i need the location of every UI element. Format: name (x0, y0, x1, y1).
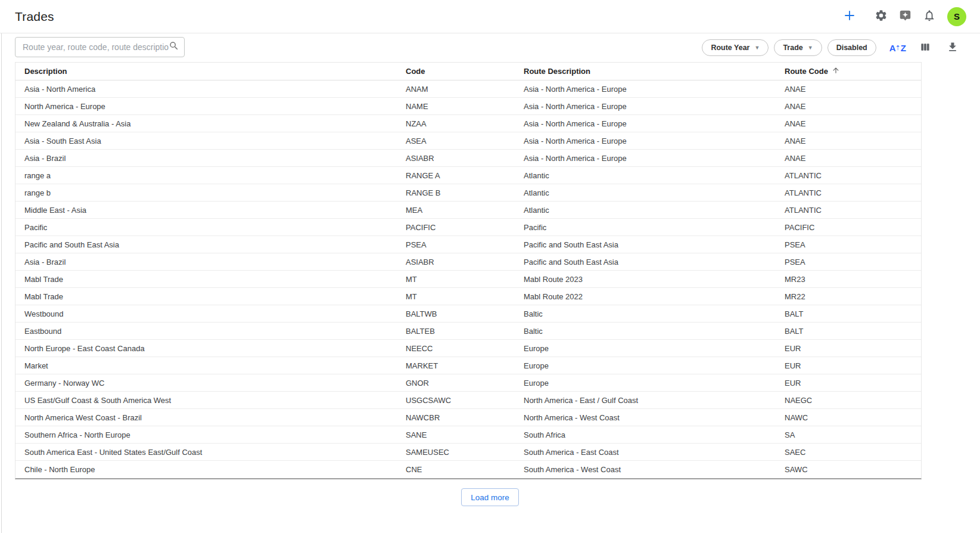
column-header-label: Code (406, 67, 425, 76)
chevron-down-icon: ▼ (808, 45, 813, 51)
table-body: Asia - North America ANAM Asia - North A… (15, 80, 921, 478)
table-header-row: Description Code Route Description Route… (15, 63, 921, 80)
filter-trade[interactable]: Trade ▼ (774, 39, 822, 56)
column-header-code[interactable]: Code (397, 67, 515, 76)
table-row[interactable]: Pacific and South East Asia PSEA Pacific… (15, 236, 921, 253)
chevron-down-icon: ▼ (754, 45, 760, 51)
sort-alphabetical-button[interactable]: A⇡Z (889, 40, 906, 55)
filter-route-year[interactable]: Route Year ▼ (702, 39, 769, 56)
table-row[interactable]: range b RANGE B Atlantic ATLANTIC (15, 184, 921, 202)
cell-route-code: EUR (776, 361, 921, 370)
table-row[interactable]: Mabl Trade MT Mabl Route 2022 MR22 (15, 288, 921, 305)
column-header-route-code[interactable]: Route Code (776, 66, 921, 76)
cell-route-description: Asia - North America - Europe (515, 102, 776, 111)
cell-description: North America - Europe (15, 102, 397, 111)
table-row[interactable]: Asia - South East Asia ASEA Asia - North… (15, 132, 921, 150)
cell-route-code: ATLANTIC (776, 171, 921, 180)
column-header-label: Route Code (785, 67, 828, 76)
app-header: Trades S (0, 0, 980, 33)
cell-route-code: SA (776, 430, 921, 439)
sort-letter-a: A (889, 43, 895, 53)
sort-letter-z: Z (901, 43, 906, 53)
cell-route-code: EUR (776, 344, 921, 353)
header-actions: S (842, 7, 966, 26)
table-row[interactable]: US East/Gulf Coast & South America West … (15, 392, 921, 409)
table-row[interactable]: Chile - North Europe CNE South America -… (15, 461, 921, 478)
table-row[interactable]: New Zealand & Australia - Asia NZAA Asia… (15, 115, 921, 132)
filter-disabled[interactable]: Disabled (827, 39, 876, 56)
columns-icon (919, 41, 931, 55)
download-button[interactable] (945, 40, 960, 55)
cell-description: Mabl Trade (15, 292, 397, 301)
table-row[interactable]: Middle East - Asia MEA Atlantic ATLANTIC (15, 202, 921, 219)
cell-route-description: Atlantic (515, 206, 776, 215)
avatar[interactable]: S (947, 7, 966, 26)
cell-route-code: EUR (776, 379, 921, 388)
trades-table: Description Code Route Description Route… (15, 62, 922, 479)
add-button[interactable] (842, 9, 857, 24)
cell-description: US East/Gulf Coast & South America West (15, 396, 397, 405)
table-row[interactable]: Germany - Norway WC GNOR Europe EUR (15, 374, 921, 392)
cell-code: MARKET (397, 361, 515, 370)
cell-code: CNE (397, 465, 515, 474)
cell-route-description: Pacific (515, 223, 776, 232)
cell-route-description: Mabl Route 2023 (515, 275, 776, 284)
cell-description: Westbound (15, 309, 397, 318)
table-row[interactable]: North America West Coast - Brazil NAWCBR… (15, 409, 921, 426)
whats-new-button[interactable] (897, 9, 913, 24)
cell-route-code: ANAE (776, 85, 921, 94)
cell-route-code: ANAE (776, 154, 921, 163)
column-header-label: Description (24, 67, 67, 76)
cell-route-description: Atlantic (515, 188, 776, 197)
filter-trade-label: Trade (783, 44, 802, 52)
cell-description: Mabl Trade (15, 275, 397, 284)
table-row[interactable]: range a RANGE A Atlantic ATLANTIC (15, 167, 921, 184)
cell-route-code: SAWC (776, 465, 921, 474)
cell-route-code: PSEA (776, 240, 921, 249)
cell-route-description: North America - East / Gulf Coast (515, 396, 776, 405)
page-title: Trades (15, 10, 54, 24)
cell-route-description: South America - East Coast (515, 448, 776, 457)
cell-route-code: ATLANTIC (776, 188, 921, 197)
toolbar-right: Route Year ▼ Trade ▼ Disabled A⇡Z (702, 39, 960, 56)
cell-route-code: NAWC (776, 413, 921, 422)
table-row[interactable]: Westbound BALTWB Baltic BALT (15, 305, 921, 323)
table-row[interactable]: Market MARKET Europe EUR (15, 357, 921, 374)
table-row[interactable]: North Europe - East Coast Canada NEECC E… (15, 340, 921, 357)
table-row[interactable]: Asia - North America ANAM Asia - North A… (15, 80, 921, 98)
cell-description: Market (15, 361, 397, 370)
table-row[interactable]: Asia - Brazil ASIABR Pacific and South E… (15, 253, 921, 271)
cell-route-code: ANAE (776, 102, 921, 111)
cell-code: SANE (397, 430, 515, 439)
cell-description: New Zealand & Australia - Asia (15, 119, 397, 128)
notifications-button[interactable] (922, 9, 937, 24)
column-header-route-description[interactable]: Route Description (515, 67, 776, 76)
columns-button[interactable] (917, 40, 933, 55)
table-row[interactable]: North America - Europe NAME Asia - North… (15, 98, 921, 115)
table-row[interactable]: Asia - Brazil ASIABR Asia - North Americ… (15, 150, 921, 167)
column-header-description[interactable]: Description (15, 67, 397, 76)
cell-route-description: North America - West Coast (515, 413, 776, 422)
table-row[interactable]: South America East - United States East/… (15, 444, 921, 461)
plus-icon (842, 8, 857, 24)
cell-code: NAWCBR (397, 413, 515, 422)
left-edge-divider (1, 0, 2, 533)
cell-description: Asia - South East Asia (15, 137, 397, 145)
cell-description: Eastbound (15, 327, 397, 336)
cell-route-description: Baltic (515, 309, 776, 318)
search-input[interactable] (23, 42, 169, 52)
load-more-button[interactable]: Load more (461, 488, 519, 506)
cell-description: Asia - Brazil (15, 154, 397, 163)
table-row[interactable]: Southern Africa - North Europe SANE Sout… (15, 426, 921, 444)
cell-description: Southern Africa - North Europe (15, 430, 397, 439)
settings-button[interactable] (873, 9, 889, 24)
table-row[interactable]: Pacific PACIFIC Pacific PACIFIC (15, 219, 921, 236)
cell-description: Asia - Brazil (15, 258, 397, 266)
table-row[interactable]: Mabl Trade MT Mabl Route 2023 MR23 (15, 271, 921, 288)
cell-description: range b (15, 188, 397, 197)
cell-description: Germany - Norway WC (15, 379, 397, 388)
load-more-container: Load more (0, 488, 980, 506)
table-row[interactable]: Eastbound BALTEB Baltic BALT (15, 323, 921, 340)
cell-description: Pacific and South East Asia (15, 240, 397, 249)
cell-route-code: PACIFIC (776, 223, 921, 232)
